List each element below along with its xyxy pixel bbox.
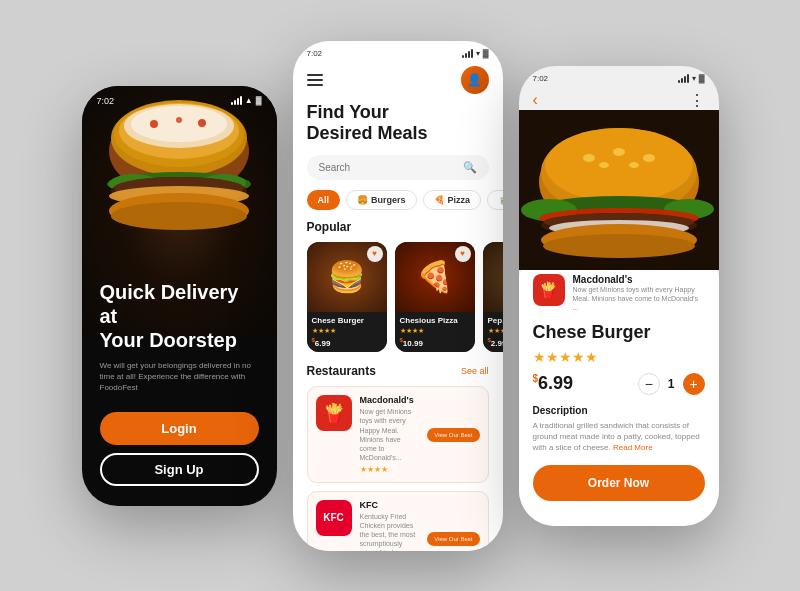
tab-all[interactable]: All [307,190,341,210]
phone2-time: 7:02 [307,49,323,58]
order-now-button[interactable]: Order Now [533,465,705,501]
restaurant-logo-1: 🍟 [316,395,352,431]
phone3-time: 7:02 [533,74,549,83]
price-quantity-row: $6.99 − 1 + [533,373,705,395]
read-more-link[interactable]: Read More [613,443,653,452]
description-text: A traditional grilled sandwich that cons… [533,420,705,454]
wifi-icon-3: ▾ [692,74,696,83]
svg-point-25 [629,162,639,168]
popular-item-3[interactable]: 🌶️ ♥ Pep... ★★★ $2.99 [483,242,503,353]
food-card-stars-1: ★★★★ [312,327,382,335]
battery-icon-3: ▓ [699,74,705,83]
svg-point-23 [643,154,655,162]
hero-title: Quick Delivery at Your Doorstep [100,280,259,352]
back-button[interactable]: ‹ [533,91,538,109]
popular-section-title: Popular [293,220,503,242]
phone3-status-bar: 7:02 ▾ ▓ [519,66,719,87]
svg-point-5 [131,106,227,142]
svg-point-21 [583,154,595,162]
heart-icon-2[interactable]: ♥ [455,246,471,262]
heart-icon-1[interactable]: ♥ [367,246,383,262]
page-heading: Find Your Desired Meals [307,102,489,145]
phone2-status-icons: ▾ ▓ [462,49,489,58]
search-bar[interactable]: 🔍 [307,155,489,180]
food-card-stars-2: ★★★★ [400,327,470,335]
product-detail-card: 🍟 Macdonald's Now get Minions toys with … [519,260,719,526]
restaurant-info-2: KFC Kentucky Fried Chicken provides the … [360,500,420,551]
restaurant-item-1[interactable]: 🍟 Macdonald's Now get Minions toys with … [307,386,489,483]
restaurant-badge-logo: 🍟 [533,274,565,306]
popular-items-row: 🍔 ♥ Chese Burger ★★★★ $6.99 🍕 ♥ [293,242,503,365]
food-card-name-2: Chesious Pizza [400,316,470,325]
restaurant-badge: 🍟 Macdonald's Now get Minions toys with … [533,274,705,312]
signal-icon [462,49,473,58]
phone-1-splash: 7:02 ▲ ▓ [82,86,277,506]
svg-point-6 [150,120,158,128]
food-card-name-3: Pep... [488,316,503,325]
svg-point-7 [176,117,182,123]
signal-icon-3 [678,74,689,83]
popular-item-2[interactable]: 🍕 ♥ Chesious Pizza ★★★★ $10.99 [395,242,475,353]
decrease-qty-button[interactable]: − [638,373,660,395]
food-card-image-1: 🍔 ♥ [307,242,387,312]
wifi-icon: ▲ [245,96,253,105]
tab-burgers[interactable]: 🍔 Burgers [346,190,417,210]
svg-point-22 [613,148,625,156]
restaurants-section-title: Restaurants [307,364,376,378]
category-tabs: All 🍔 Burgers 🍕 Pizza 🧃 Drink [293,190,503,220]
phone1-status-icons: ▲ ▓ [231,96,262,105]
hero-burger-image [94,96,264,256]
battery-icon: ▓ [483,49,489,58]
see-all-link[interactable]: See all [461,366,489,376]
restaurant-list: 🍟 Macdonald's Now get Minions toys with … [293,386,503,550]
description-label: Description [533,405,705,416]
more-options-icon[interactable]: ⋮ [689,91,705,110]
food-card-stars-3: ★★★ [488,327,503,335]
increase-qty-button[interactable]: + [683,373,705,395]
signup-button[interactable]: Sign Up [100,453,259,486]
burger-icon: 🍔 [357,195,368,205]
restaurant-badge-name: Macdonald's [573,274,705,285]
phone1-content: Quick Delivery at Your Doorstep We will … [82,265,277,506]
phone3-nav: ‹ ⋮ [519,87,719,110]
phone1-status-bar: 7:02 ▲ ▓ [97,96,262,106]
phone2-status-bar: 7:02 ▾ ▓ [293,41,503,62]
restaurant-logo-2: KFC [316,500,352,536]
product-rating: ★★★★★ [533,349,705,365]
phone1-time: 7:02 [97,96,115,106]
restaurant-btn-1[interactable]: View Our Best [427,428,479,442]
menu-icon[interactable] [307,74,323,86]
restaurant-stars-1: ★★★★ [360,465,420,474]
popular-item-1[interactable]: 🍔 ♥ Chese Burger ★★★★ $6.99 [307,242,387,353]
phone-2-browse: 7:02 ▾ ▓ 👤 [293,41,503,551]
restaurant-item-2[interactable]: KFC KFC Kentucky Fried Chicken provides … [307,491,489,551]
quantity-value: 1 [668,377,675,391]
food-card-image-3: 🌶️ ♥ [483,242,503,312]
battery-icon: ▓ [256,96,262,105]
food-card-price-1: $6.99 [312,337,382,348]
drink-icon: 🧃 [498,195,502,205]
restaurant-desc-1: Now get Minions toys with every Happy Me… [360,407,420,462]
food-card-image-2: 🍕 ♥ [395,242,475,312]
pizza-icon: 🍕 [434,195,445,205]
product-hero-image [519,110,719,270]
svg-point-8 [198,119,206,127]
login-button[interactable]: Login [100,412,259,445]
phone-3-product: 7:02 ▾ ▓ ‹ ⋮ [519,66,719,526]
restaurant-badge-info: Macdonald's Now get Minions toys with ev… [573,274,705,312]
restaurant-btn-2[interactable]: View Our Best [427,532,479,546]
phone2-header: 👤 [293,62,503,102]
tab-drinks[interactable]: 🧃 Drink [487,190,502,210]
search-input[interactable] [319,162,463,173]
signal-icon [231,96,242,105]
quantity-control: − 1 + [638,373,705,395]
restaurant-info-1: Macdonald's Now get Minions toys with ev… [360,395,420,474]
tab-pizza[interactable]: 🍕 Pizza [423,190,482,210]
restaurants-section-header: Restaurants See all [293,364,503,386]
wifi-icon: ▾ [476,49,480,58]
restaurant-name-2: KFC [360,500,420,510]
restaurant-badge-desc: Now get Minions toys with every Happy Me… [573,285,705,312]
svg-point-24 [599,162,609,168]
user-avatar[interactable]: 👤 [461,66,489,94]
food-card-price-2: $10.99 [400,337,470,348]
